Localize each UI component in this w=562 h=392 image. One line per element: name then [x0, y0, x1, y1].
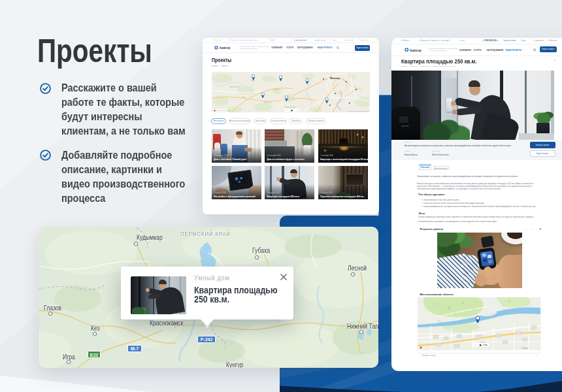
svg-text:Слои и Яндекс Карта: Слои и Яндекс Карта	[216, 110, 231, 111]
svg-text:Истра: Истра	[274, 88, 279, 90]
svg-text:Москва: Москва	[329, 76, 340, 79]
svg-text:Руза: Руза	[242, 95, 246, 98]
svg-text:© Яндекс: © Яндекс	[521, 347, 529, 350]
svg-text:Волоколамск: Волоколамск	[230, 85, 241, 88]
svg-text:+: +	[297, 108, 298, 111]
svg-text:Наро-Фоминск: Наро-Фоминск	[285, 105, 297, 108]
svg-text:−: −	[286, 108, 287, 111]
svg-text:Можайск: Можайск	[264, 101, 271, 103]
svg-text:© Яндекс Условия использования: © Яндекс Условия использования	[346, 110, 369, 112]
svg-text:Слои: Слои	[483, 344, 488, 346]
